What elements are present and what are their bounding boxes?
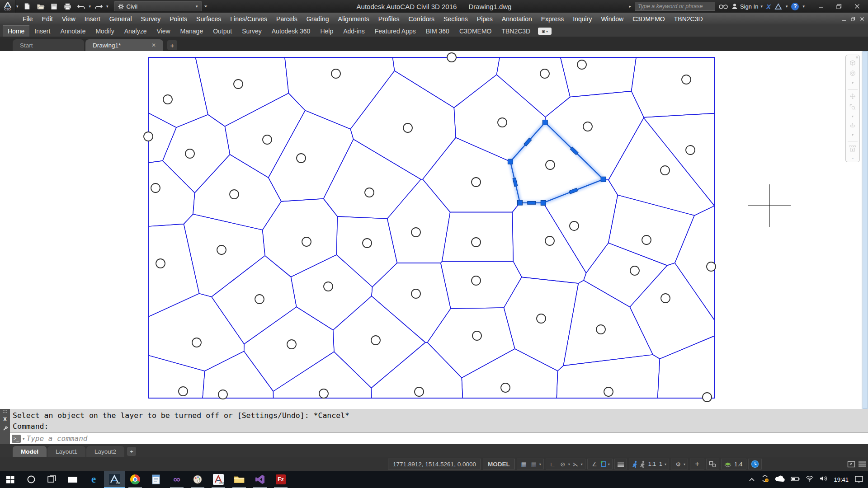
signin-button[interactable]: Sign In ▾ — [731, 3, 763, 10]
site-circle[interactable] — [604, 387, 613, 396]
voronoi-cell[interactable] — [324, 139, 421, 219]
voronoi-cell[interactable] — [291, 255, 373, 330]
layout-tab-model[interactable]: Model — [13, 446, 47, 457]
taskbar-app-edge[interactable]: e — [83, 471, 104, 488]
voronoi-cell[interactable] — [184, 214, 265, 297]
taskbar-app-mail[interactable] — [62, 471, 83, 488]
taskbar-app-start[interactable] — [0, 471, 21, 488]
restore-button[interactable] — [830, 0, 848, 12]
voronoi-cell[interactable] — [584, 243, 667, 307]
ribbon-tab-featured-apps[interactable]: Featured Apps — [370, 26, 421, 37]
vertical-scrollbar[interactable] — [862, 51, 868, 409]
zoom-icon[interactable] — [848, 104, 857, 110]
menu-item-pipes[interactable]: Pipes — [472, 13, 497, 24]
close-button[interactable] — [848, 0, 866, 12]
doc-close-icon[interactable] — [860, 17, 864, 21]
voronoi-cell[interactable] — [285, 57, 395, 129]
navbar-caret-icon[interactable]: ▾ — [852, 81, 854, 85]
wifi-icon[interactable] — [806, 475, 814, 483]
voronoi-cell[interactable] — [658, 336, 714, 399]
ribbon-display-toggle[interactable]: ▣▾ — [538, 28, 552, 35]
voronoi-cell[interactable] — [543, 179, 618, 273]
command-prompt-caret-icon[interactable]: ▾ — [23, 436, 25, 441]
file-tab-drawing1[interactable]: Drawing1*✕ — [85, 39, 163, 51]
scrollbar-thumb[interactable] — [863, 51, 868, 409]
menu-item-profiles[interactable]: Profiles — [374, 13, 404, 24]
site-circle[interactable] — [411, 289, 420, 298]
command-history[interactable]: Select an object on the layer to be turn… — [10, 409, 868, 432]
ribbon-tab-tbn2c3d[interactable]: TBN2C3D — [496, 26, 535, 37]
undo-button[interactable] — [75, 1, 87, 11]
help-icon[interactable]: ? — [791, 3, 799, 10]
vertex-grip[interactable] — [541, 200, 546, 205]
file-tab-close-icon[interactable]: ✕ — [145, 42, 156, 48]
menu-item-view[interactable]: View — [57, 13, 80, 24]
close-x-icon[interactable]: X — [3, 416, 7, 422]
new-drawing-tab-button[interactable]: + — [167, 40, 177, 50]
save-button[interactable] — [48, 1, 60, 11]
model-space-button[interactable]: MODEL — [483, 459, 515, 469]
graphics-performance-icon[interactable] — [751, 460, 759, 468]
site-circle[interactable] — [144, 132, 153, 141]
isodraft-icon[interactable]: ⋋ — [571, 461, 580, 468]
menu-item-corridors[interactable]: Corridors — [404, 13, 439, 24]
site-circle[interactable] — [403, 123, 412, 132]
voronoi-cell[interactable] — [149, 57, 208, 127]
ribbon-tab-insert[interactable]: Insert — [29, 26, 55, 37]
ribbon-tab-add-ins[interactable]: Add-ins — [338, 26, 369, 37]
voronoi-cell[interactable] — [350, 71, 456, 179]
annotation-visibility-icon[interactable] — [632, 460, 638, 468]
workspace-gear-icon[interactable]: ⚙ — [674, 461, 683, 468]
clock[interactable]: 19:41 — [834, 476, 849, 483]
voronoi-cell[interactable] — [632, 57, 715, 117]
voronoi-cell[interactable] — [504, 277, 579, 371]
taskbar-app-visual-studio[interactable] — [250, 471, 270, 488]
navbar-close-icon[interactable]: ✕ — [855, 56, 859, 60]
site-circle[interactable] — [577, 60, 586, 69]
voronoi-cell[interactable] — [497, 57, 571, 117]
ribbon-tab-analyze[interactable]: Analyze — [119, 26, 152, 37]
search-input[interactable]: Type a keyword or phrase — [635, 2, 715, 11]
doc-restore-icon[interactable] — [851, 17, 855, 21]
clean-screen-icon[interactable] — [847, 461, 855, 468]
site-circle[interactable] — [498, 118, 507, 127]
undo-caret-icon[interactable]: ▾ — [89, 4, 91, 9]
menu-item-grading[interactable]: Grading — [302, 13, 334, 24]
drawing-canvas[interactable]: ✕ ▾ ▾ ▾ — [0, 51, 868, 409]
menu-item-surfaces[interactable]: Surfaces — [192, 13, 226, 24]
grid-display-icon[interactable]: ▦ — [529, 461, 538, 468]
polar-tracking-icon[interactable]: ⊘ — [558, 461, 567, 468]
menu-item-c3dmemo[interactable]: C3DMEMO — [628, 13, 670, 24]
orbit-icon[interactable] — [848, 122, 857, 129]
voronoi-cell[interactable] — [609, 118, 714, 216]
status-menu-icon[interactable] — [858, 461, 866, 467]
search-expand-icon[interactable]: ▸ — [629, 4, 631, 9]
site-circle[interactable] — [217, 245, 226, 254]
battery-icon[interactable] — [791, 475, 800, 483]
menu-item-window[interactable]: Window — [596, 13, 628, 24]
voronoi-cell[interactable] — [423, 138, 520, 212]
voronoi-cell[interactable] — [149, 224, 199, 317]
volume-icon[interactable] — [820, 475, 828, 483]
taskbar-app-cortana[interactable] — [21, 471, 42, 488]
vertex-grip[interactable] — [517, 200, 522, 205]
site-circle[interactable] — [411, 228, 420, 237]
voronoi-cell[interactable] — [561, 57, 636, 97]
ribbon-tab-annotate[interactable]: Annotate — [55, 26, 90, 37]
pan-hand-icon[interactable] — [848, 93, 857, 99]
site-circle[interactable] — [151, 183, 160, 192]
isodraft-caret-icon[interactable]: ▾ — [581, 462, 583, 466]
qat-flyout-icon[interactable]: ⏷ — [204, 4, 208, 9]
voronoi-cell[interactable] — [427, 308, 515, 378]
onedrive-sync-icon[interactable] — [761, 474, 769, 484]
site-circle[interactable] — [545, 236, 554, 245]
lineweight-icon[interactable] — [617, 461, 624, 467]
site-circle[interactable] — [234, 80, 243, 89]
workspace-gear-caret-icon[interactable]: ▾ — [684, 462, 685, 466]
voronoi-cell[interactable] — [149, 161, 195, 226]
layout-tab-layout2[interactable]: Layout2 — [86, 446, 124, 457]
ribbon-tab-bim-360[interactable]: BIM 360 — [421, 26, 454, 37]
menu-item-file[interactable]: File — [18, 13, 38, 24]
a360-icon[interactable] — [774, 3, 782, 10]
ribbon-tab-autodesk-360[interactable]: Autodesk 360 — [267, 26, 316, 37]
